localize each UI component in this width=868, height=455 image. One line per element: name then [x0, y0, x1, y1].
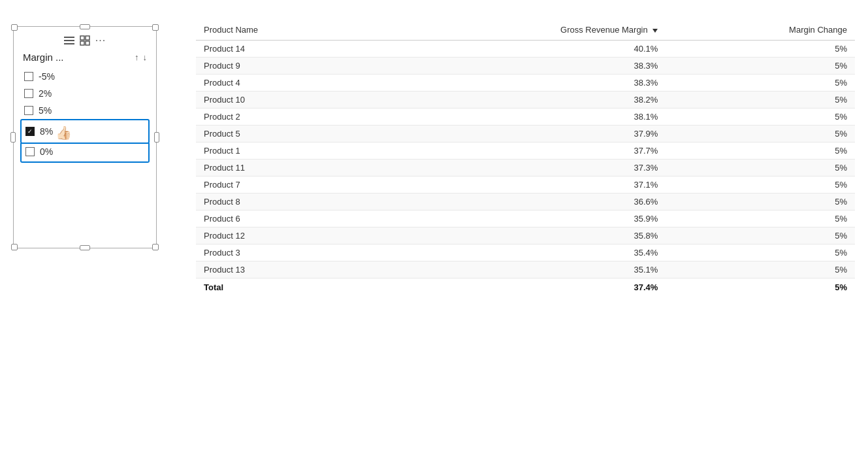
footer-gross-revenue-margin: 37.4% [376, 278, 666, 297]
cell-product-name: Product 14 [196, 41, 376, 58]
slicer-checkbox[interactable] [25, 147, 35, 156]
slicer-item-0pct[interactable]: 0% [20, 143, 150, 163]
resize-handle-ml[interactable] [10, 132, 16, 143]
slicer-toolbar: ··· [18, 32, 152, 50]
resize-handle-br[interactable] [152, 244, 159, 250]
cell-product-name: Product 4 [196, 75, 376, 92]
slicer-item-label: 8% [40, 126, 53, 137]
slicer-item[interactable]: 5% [20, 102, 150, 119]
footer-label: Total [196, 278, 376, 297]
slicer-checkbox-checked[interactable] [25, 127, 35, 136]
cell-gross-revenue-margin: 40.1% [376, 41, 666, 58]
table-row: Product 938.3%5% [196, 58, 855, 75]
cell-gross-revenue-margin: 35.4% [376, 244, 666, 261]
resize-handle-bm[interactable] [80, 245, 90, 250]
slicer-items-list: -5% 2% 5% 8% 👍🏻 0% [18, 68, 152, 163]
cell-gross-revenue-margin: 36.6% [376, 194, 666, 211]
resize-handle-mr[interactable] [154, 132, 159, 143]
table-row: Product 335.4%5% [196, 244, 855, 261]
list-view-icon[interactable] [64, 37, 74, 44]
table-row: Product 1038.2%5% [196, 92, 855, 109]
footer-margin-change: 5% [666, 278, 855, 297]
table-row: Product 1335.1%5% [196, 261, 855, 278]
slicer-checkbox[interactable] [24, 89, 33, 98]
slicer-sort-controls: ↑ ↓ [135, 52, 147, 62]
cell-product-name: Product 3 [196, 244, 376, 261]
slicer-item[interactable]: -5% [20, 68, 150, 85]
table-header-row: Product Name Gross Revenue Margin Margin… [196, 20, 855, 41]
cell-gross-revenue-margin: 38.2% [376, 92, 666, 109]
cell-gross-revenue-margin: 38.3% [376, 58, 666, 75]
data-table: Product Name Gross Revenue Margin Margin… [196, 20, 855, 296]
sort-asc-icon[interactable]: ↑ [135, 52, 139, 62]
slicer-item-label: 2% [39, 88, 52, 99]
cell-gross-revenue-margin: 37.9% [376, 126, 666, 143]
col-header-product-name[interactable]: Product Name [196, 20, 376, 41]
cursor-hand-icon: 👍🏻 [56, 125, 72, 141]
table-row: Product 537.9%5% [196, 126, 855, 143]
slicer-item[interactable]: 2% [20, 85, 150, 102]
table-body: Product 1440.1%5%Product 938.3%5%Product… [196, 41, 855, 278]
table-row: Product 438.3%5% [196, 75, 855, 92]
slicer-checkbox[interactable] [24, 72, 33, 81]
slicer-panel: ··· Margin ... ↑ ↓ -5% 2% 5% 8% 👍🏻 [13, 26, 157, 248]
cell-margin-change: 5% [666, 244, 855, 261]
cell-product-name: Product 1 [196, 143, 376, 160]
cell-margin-change: 5% [666, 109, 855, 126]
cell-margin-change: 5% [666, 41, 855, 58]
cell-gross-revenue-margin: 35.8% [376, 228, 666, 244]
cell-margin-change: 5% [666, 126, 855, 143]
cell-gross-revenue-margin: 35.1% [376, 261, 666, 278]
sort-arrow-icon [652, 29, 658, 33]
cell-product-name: Product 7 [196, 177, 376, 194]
grid-view-icon[interactable] [80, 35, 90, 46]
cell-margin-change: 5% [666, 194, 855, 211]
cell-gross-revenue-margin: 37.1% [376, 177, 666, 194]
slicer-item-label: 5% [39, 105, 52, 116]
cell-product-name: Product 9 [196, 58, 376, 75]
cell-margin-change: 5% [666, 211, 855, 228]
cell-product-name: Product 13 [196, 261, 376, 278]
slicer-item-label: -5% [39, 71, 55, 82]
svg-rect-0 [80, 36, 84, 40]
more-options-icon[interactable]: ··· [95, 35, 106, 46]
cell-product-name: Product 6 [196, 211, 376, 228]
table-row: Product 1235.8%5% [196, 228, 855, 244]
table-row: Product 137.7%5% [196, 143, 855, 160]
table-row: Product 836.6%5% [196, 194, 855, 211]
cell-gross-revenue-margin: 37.7% [376, 143, 666, 160]
cell-margin-change: 5% [666, 228, 855, 244]
cell-margin-change: 5% [666, 177, 855, 194]
cell-product-name: Product 12 [196, 228, 376, 244]
table-row: Product 635.9%5% [196, 211, 855, 228]
resize-handle-tm[interactable] [80, 24, 90, 29]
slicer-item-8pct[interactable]: 8% 👍🏻 [20, 119, 150, 144]
resize-handle-tr[interactable] [152, 24, 159, 31]
cell-margin-change: 5% [666, 75, 855, 92]
cell-margin-change: 5% [666, 160, 855, 177]
slicer-checkbox[interactable] [24, 106, 33, 115]
cell-product-name: Product 10 [196, 92, 376, 109]
slicer-item-label: 0% [40, 146, 53, 157]
cell-margin-change: 5% [666, 143, 855, 160]
slicer-header: Margin ... ↑ ↓ [18, 50, 152, 68]
table-row: Product 238.1%5% [196, 109, 855, 126]
cell-margin-change: 5% [666, 58, 855, 75]
svg-rect-2 [80, 41, 84, 45]
cell-product-name: Product 8 [196, 194, 376, 211]
col-header-gross-revenue-margin[interactable]: Gross Revenue Margin [376, 20, 666, 41]
col-header-margin-change[interactable]: Margin Change [666, 20, 855, 41]
cell-gross-revenue-margin: 37.3% [376, 160, 666, 177]
svg-rect-1 [86, 36, 89, 40]
cell-product-name: Product 2 [196, 109, 376, 126]
resize-handle-tl[interactable] [11, 24, 18, 31]
table-footer: Total 37.4% 5% [196, 278, 855, 297]
table-footer-row: Total 37.4% 5% [196, 278, 855, 297]
table-row: Product 1137.3%5% [196, 160, 855, 177]
cell-margin-change: 5% [666, 92, 855, 109]
cell-gross-revenue-margin: 35.9% [376, 211, 666, 228]
slicer-title: Margin ... [23, 52, 64, 63]
cell-gross-revenue-margin: 38.3% [376, 75, 666, 92]
sort-desc-icon[interactable]: ↓ [143, 52, 148, 62]
resize-handle-bl[interactable] [11, 244, 18, 250]
